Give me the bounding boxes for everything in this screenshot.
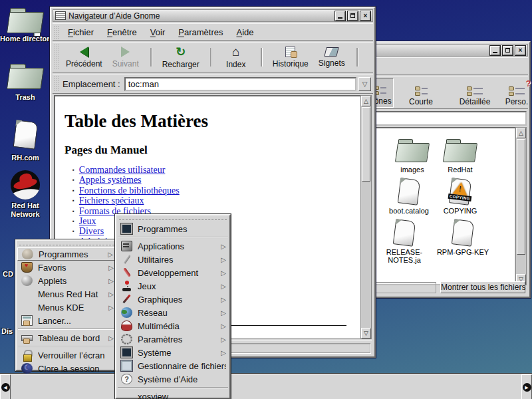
menu-item-utilitaires[interactable]: Utilitaires▷ <box>117 253 229 266</box>
gnome-panel: ◀ ▶ <box>0 374 532 399</box>
panel-hide-right-button[interactable]: ▶ <box>521 374 532 399</box>
location-input[interactable] <box>124 77 356 91</box>
menu-item-lancer[interactable]: Lancer... <box>17 314 116 327</box>
menu-separator <box>118 237 228 238</box>
page-title: Table des Matières <box>65 111 362 132</box>
menu-item-clore-la-session[interactable]: Clore la session <box>17 362 116 375</box>
show-all-files-button[interactable]: Montrer tous les fichiers <box>440 281 525 293</box>
file-rpm-gpg-key[interactable]: RPM-GPG-KEY <box>434 215 491 256</box>
fm-titlebar[interactable]: × <box>367 44 528 57</box>
maximize-button[interactable] <box>348 11 358 21</box>
bullet-icon: ▪ <box>72 208 74 214</box>
menu-item-favoris[interactable]: Favoris▷ <box>17 261 116 274</box>
file-redhat[interactable]: RedHat <box>432 132 489 174</box>
fm-file-area[interactable]: imagesRedHatboot.catalogCOPYINGCOPYINGRE… <box>368 127 516 285</box>
help-scrollbar[interactable]: △ ▽ <box>360 95 372 339</box>
view-perso-button[interactable]: ?Perso. <box>501 78 532 108</box>
redhat-logo-icon <box>11 170 40 200</box>
close-button[interactable]: × <box>515 46 525 55</box>
menu-param-tres[interactable]: Paramètres <box>172 25 229 40</box>
menu-aide[interactable]: Aide <box>229 25 260 40</box>
toolbar-grip[interactable] <box>53 44 59 70</box>
index-button[interactable]: ⌂Index <box>217 44 255 71</box>
menu-fen-tre[interactable]: Fenêtre <box>100 25 144 40</box>
toolbar-separator <box>261 48 262 66</box>
fm-location-input[interactable] <box>368 111 527 126</box>
panel-hide-left-button[interactable]: ◀ <box>0 374 11 399</box>
submenu-arrow-icon: ▷ <box>108 291 114 298</box>
file-release-notes-ja[interactable]: RELEASE- NOTES.ja <box>376 215 433 264</box>
toolbar-separator <box>356 48 358 66</box>
toc-link-jeux[interactable]: Jeux <box>79 216 96 226</box>
menu-item-syst-me-d-aide[interactable]: Système d’Aide <box>117 372 229 386</box>
help-location-bar: Emplacement : ▽ <box>53 74 373 94</box>
menu-item-param-tres[interactable]: Paramètres▷ <box>117 332 229 346</box>
menu-item-graphiques[interactable]: Graphiques▷ <box>117 293 229 306</box>
scrollbar-thumb[interactable] <box>362 107 370 182</box>
desktop-icon-label: Network <box>0 210 51 219</box>
location-dropdown-button[interactable]: ▽ <box>358 77 371 91</box>
view-courte-button[interactable]: Courte <box>400 78 442 108</box>
pr-c-dent-button[interactable]: Précédent <box>61 45 107 70</box>
menu-fichier[interactable]: Fichier <box>61 25 100 40</box>
toc-link-divers[interactable]: Divers <box>79 226 104 236</box>
mini-folder-icon <box>509 86 514 90</box>
menu-item-r-seau[interactable]: Réseau▷ <box>117 306 229 319</box>
menu-item-xosview[interactable]: xosview <box>117 390 229 399</box>
menu-item-gestionnaire-de-fichiers[interactable]: Gestionnaire de fichiers <box>117 359 229 372</box>
toc-link-fonctions-de-biblioth-ques[interactable]: Fonctions de bibliothèques <box>79 186 180 196</box>
suivant-button[interactable]: Suivant <box>107 45 144 70</box>
file-copying[interactable]: COPYINGCOPYING <box>432 174 489 215</box>
signets-button[interactable]: Signets <box>313 45 350 70</box>
menu-item-jeux[interactable]: Jeux▷ <box>117 279 229 293</box>
menu-item-applets[interactable]: Applets▷ <box>17 274 116 287</box>
menu-item-menus-kde[interactable]: Menus KDE▷ <box>17 301 116 314</box>
folder-icon <box>444 139 476 163</box>
historique-button[interactable]: Historique <box>268 45 313 70</box>
scroll-up-icon[interactable]: △ <box>516 128 526 138</box>
menu-item-multim-dia[interactable]: Multimédia▷ <box>117 319 229 332</box>
desktop-icon-redhat-network[interactable]: Red Hat Network <box>0 170 51 219</box>
toolbar-grip[interactable] <box>53 76 59 92</box>
shortcut-badge-icon <box>33 29 41 37</box>
desktop-icon-rh-com[interactable]: RH.com <box>0 121 51 162</box>
toc-link-appels-syst-mes[interactable]: Appels systèmes <box>79 175 142 185</box>
scroll-down-icon[interactable]: ▽ <box>361 328 371 338</box>
paper-icon <box>452 219 474 246</box>
scroll-up-icon[interactable]: △ <box>361 96 371 106</box>
minimize-button[interactable] <box>335 11 345 21</box>
menu-item-verrouiller-l-cran[interactable]: Verrouiller l’écran <box>17 348 116 362</box>
desktop-icon-label: RH.com <box>0 154 51 162</box>
desktop-icon-cdrom[interactable]: CD <box>3 270 13 279</box>
home-icon: ⌂ <box>232 46 239 58</box>
file-boot-catalog[interactable]: boot.catalog <box>380 174 438 215</box>
desktop-icon-diskette[interactable]: Dis <box>1 327 13 336</box>
mini-folder-icon <box>467 92 472 96</box>
minimize-button[interactable] <box>490 46 500 55</box>
toc-link-fichiers-sp-ciaux[interactable]: Fichiers spéciaux <box>79 196 144 205</box>
maximize-button[interactable] <box>503 46 513 55</box>
menu-item-applications[interactable]: Applications▷ <box>117 239 229 253</box>
fm-scrollbar[interactable]: △ ▽ <box>515 127 527 285</box>
recharger-button[interactable]: ↻Recharger <box>158 44 204 71</box>
desktop-icon-home[interactable]: Home directory <box>0 8 51 43</box>
menu-item-programmes[interactable]: Programmes▷ <box>17 247 116 261</box>
scrollbar-thumb[interactable] <box>517 139 525 255</box>
menu-item-programmes[interactable]: Programmes <box>117 222 229 235</box>
window-menu-icon[interactable] <box>55 11 66 20</box>
tearoff-handle[interactable] <box>19 245 114 245</box>
toolbar-grip[interactable] <box>53 25 59 39</box>
menu-item-tableau-de-bord[interactable]: Tableau de bord▷ <box>17 331 116 344</box>
menu-item-syst-me[interactable]: Système▷ <box>117 346 229 359</box>
toc-link-commandes-utilisateur[interactable]: Commandes utilisateur <box>79 165 165 175</box>
tearoff-handle[interactable] <box>119 219 227 220</box>
menu-item-d-veloppement[interactable]: Développement▷ <box>117 266 229 279</box>
back-icon <box>80 47 88 57</box>
menu-item-menus-red-hat[interactable]: Menus Red Hat▷ <box>17 287 116 301</box>
view-d-taill-e-button[interactable]: Détaillée <box>451 78 499 108</box>
close-button[interactable]: × <box>360 11 370 21</box>
help-window-title: Navigateur d’Aide Gnome <box>68 11 332 21</box>
menu-voir[interactable]: Voir <box>144 25 172 40</box>
desktop-icon-trash[interactable]: Trash <box>0 64 51 102</box>
help-titlebar[interactable]: Navigateur d’Aide Gnome × <box>53 9 373 22</box>
